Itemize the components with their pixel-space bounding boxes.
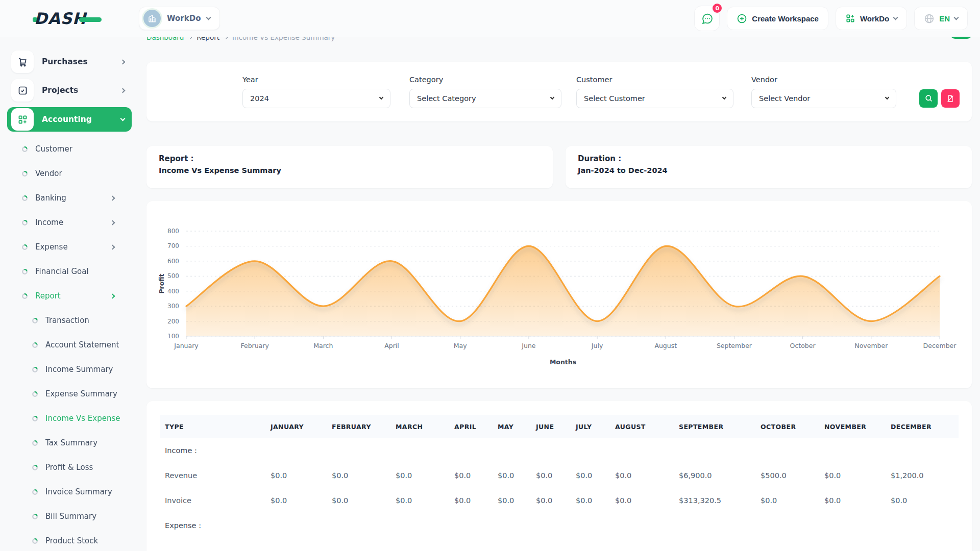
svg-text:June: June	[521, 342, 536, 349]
row-value: $0.0	[571, 488, 610, 513]
year-select[interactable]: 2024	[242, 89, 390, 108]
bullet-icon	[21, 170, 28, 177]
create-workspace-label: Create Workspace	[752, 14, 819, 23]
search-icon	[924, 94, 933, 103]
row-value: $0.0	[531, 488, 571, 513]
bullet-icon	[32, 317, 38, 324]
chat-icon	[701, 12, 714, 25]
vendor-select[interactable]: Select Vendor	[751, 89, 896, 108]
sidebar-item-accounting[interactable]: Accounting	[7, 107, 132, 132]
topbar: DASH WorkDo 0 Create Workspace WorkDo EN	[0, 0, 980, 37]
bullet-icon	[32, 391, 38, 397]
sidebar-subitem-invoice-summary[interactable]: Invoice Summary	[7, 480, 132, 504]
sidebar-subitem-label: Report	[35, 291, 61, 300]
sidebar-subitem-vendor[interactable]: Vendor	[7, 161, 132, 186]
duration-card-title: Duration :	[578, 154, 960, 163]
building-icon	[148, 14, 157, 23]
sidebar-subitem-income-summary[interactable]: Income Summary	[7, 357, 132, 382]
report-summary-card: Report : Income Vs Expense Summary	[146, 146, 553, 188]
create-workspace-button[interactable]: Create Workspace	[727, 7, 828, 30]
bullet-icon	[32, 538, 38, 544]
sidebar-subitem-label: Income Vs Expense	[45, 414, 120, 423]
messages-button[interactable]: 0	[694, 6, 720, 31]
table-column-header: FEBRUARY	[327, 415, 390, 438]
sidebar-subitem-transaction[interactable]: Transaction	[7, 308, 132, 333]
vendor-select-value: Select Vendor	[759, 94, 810, 103]
customer-select[interactable]: Select Customer	[576, 89, 733, 108]
sidebar-subitem-label: Product Stock	[45, 536, 98, 545]
messages-count-badge: 0	[712, 3, 723, 14]
table-column-header: SEPTEMBER	[674, 415, 755, 438]
sidebar-subitem-label: Invoice Summary	[45, 487, 112, 496]
sidebar-subitem-label: Profit & Loss	[45, 463, 93, 472]
sidebar-subitem-account-statement[interactable]: Account Statement	[7, 333, 132, 357]
sidebar-subitem-label: Bill Summary	[45, 512, 96, 521]
sidebar-subitem-financial-goal[interactable]: Financial Goal	[7, 259, 132, 284]
sidebar-item-projects[interactable]: Projects	[7, 79, 132, 102]
row-type: Invoice	[160, 488, 265, 513]
category-select[interactable]: Select Category	[409, 89, 561, 108]
apps-menu-label: WorkDo	[860, 14, 889, 23]
bullet-icon	[21, 244, 28, 251]
language-selector[interactable]: EN	[914, 7, 968, 30]
svg-text:January: January	[174, 342, 199, 349]
row-value: $0.0	[327, 488, 390, 513]
profit-chart-card: 100200300400500600700800JanuaryFebruaryM…	[146, 201, 972, 388]
sidebar-subitem-expense-summary[interactable]: Expense Summary	[7, 382, 132, 406]
chevron-right-icon	[110, 220, 115, 225]
chevron-down-icon	[893, 15, 898, 20]
sidebar-subitem-customer[interactable]: Customer	[7, 137, 132, 161]
row-value: $0.0	[531, 463, 571, 488]
bullet-icon	[21, 146, 28, 153]
svg-text:100: 100	[167, 333, 179, 340]
filter-panel: Year 2024 Category Select Category Custo…	[146, 62, 972, 121]
svg-text:August: August	[654, 342, 677, 349]
chevron-right-icon	[110, 195, 115, 201]
clear-filter-icon	[946, 94, 954, 103]
row-value: $0.0	[819, 463, 886, 488]
table-group-row: Expense :	[160, 513, 959, 538]
workspace-name: WorkDo	[167, 14, 201, 23]
sidebar-subitem-label: Expense Summary	[45, 389, 117, 398]
sidebar-subitem-label: Expense	[35, 242, 68, 252]
sidebar-subitem-income[interactable]: Income	[7, 210, 132, 235]
chevron-down-icon	[379, 95, 383, 99]
table-row: Revenue$0.0$0.0$0.0$0.0$0.0$0.0$0.0$0.0$…	[160, 463, 959, 488]
row-value: $0.0	[265, 488, 327, 513]
sidebar-subitem-product-stock[interactable]: Product Stock	[7, 529, 132, 551]
chevron-down-icon	[120, 116, 126, 121]
apps-menu-button[interactable]: WorkDo	[836, 7, 907, 30]
svg-text:October: October	[790, 342, 816, 349]
row-type: Revenue	[160, 463, 265, 488]
table-row: Invoice$0.0$0.0$0.0$0.0$0.0$0.0$0.0$0.0$…	[160, 488, 959, 513]
category-select-value: Select Category	[417, 94, 476, 103]
reset-filter-button[interactable]	[941, 89, 960, 108]
category-label: Category	[409, 76, 561, 84]
apply-filter-button[interactable]	[919, 89, 938, 108]
sidebar-item-purchases[interactable]: Purchases	[7, 50, 132, 73]
sidebar-subitem-bill-summary[interactable]: Bill Summary	[7, 504, 132, 529]
sidebar-subitem-label: Customer	[35, 144, 72, 154]
duration-card-value: Jan-2024 to Dec-2024	[578, 166, 960, 174]
sidebar-subitem-income-vs-expense[interactable]: Income Vs Expense	[7, 406, 132, 431]
row-value: $0.0	[390, 488, 449, 513]
bullet-icon	[32, 366, 38, 373]
bullet-icon	[32, 513, 38, 520]
row-value: $0.0	[571, 463, 610, 488]
svg-text:600: 600	[167, 258, 179, 265]
row-value: $0.0	[265, 463, 327, 488]
sidebar-subitem-profit-loss[interactable]: Profit & Loss	[7, 455, 132, 480]
sidebar-subitem-label: Account Statement	[45, 340, 119, 349]
table-group-row: Income :	[160, 438, 959, 463]
bullet-icon	[32, 464, 38, 471]
sidebar-subitem-tax-summary[interactable]: Tax Summary	[7, 431, 132, 455]
svg-text:Profit: Profit	[158, 273, 165, 293]
sidebar-subitem-banking[interactable]: Banking	[7, 186, 132, 210]
workspace-avatar	[143, 10, 161, 27]
sidebar-subitem-report[interactable]: Report	[7, 284, 132, 308]
sidebar-subitem-expense[interactable]: Expense	[7, 235, 132, 259]
workspace-selector[interactable]: WorkDo	[139, 7, 220, 30]
plus-circle-icon	[737, 13, 747, 24]
sidebar-item-label: Accounting	[42, 115, 92, 124]
logo-text: DASH	[34, 9, 86, 28]
